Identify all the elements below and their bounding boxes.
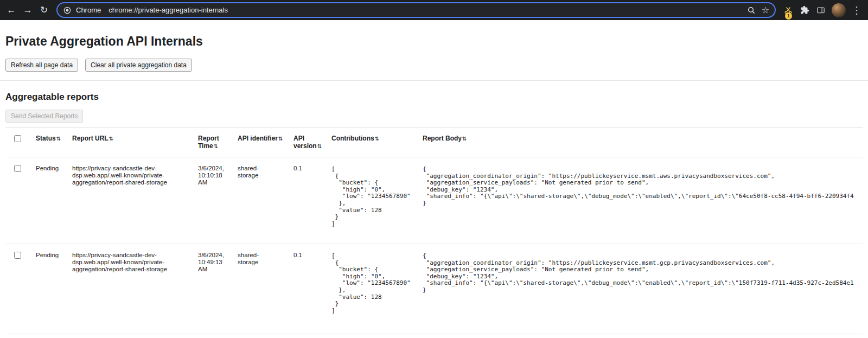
search-icon[interactable] (744, 3, 758, 17)
header-api-identifier[interactable]: API identifier⇅ (232, 128, 288, 157)
page-title: Private Aggregation API Internals (5, 34, 863, 49)
header-api-identifier-label: API identifier (238, 135, 278, 142)
page-content: Private Aggregation API Internals Refres… (0, 34, 868, 334)
sort-icon: ⇅ (317, 143, 322, 149)
table-row: Pending https://privacy-sandcastle-dev-d… (5, 157, 863, 244)
clear-all-button[interactable]: Clear all private aggregation data (85, 59, 192, 72)
header-api-version-label: API version (293, 135, 317, 150)
cell-api-version: 0.1 (288, 157, 326, 244)
cell-report-body: { "aggregation_coordinator_origin": "htt… (417, 244, 863, 334)
menu-dots-glyph: ⋮ (852, 4, 861, 16)
api-identifier-text: shared-storage (238, 252, 270, 266)
select-all-checkbox[interactable] (14, 135, 21, 142)
cell-report-url: https://privacy-sandcastle-dev-dsp.web.a… (67, 157, 193, 244)
cell-select (5, 244, 30, 334)
row-checkbox[interactable] (14, 252, 21, 259)
sort-icon: ⇅ (109, 136, 113, 142)
sort-icon: ⇅ (462, 136, 467, 142)
section-divider (0, 80, 868, 81)
reload-icon: ↻ (40, 4, 48, 16)
cell-report-url: https://privacy-sandcastle-dev-dsp.web.a… (67, 244, 193, 334)
cell-report-time: 3/6/2024, 10:49:13 AM (193, 244, 232, 334)
header-report-time[interactable]: Report Time⇅ (193, 128, 232, 157)
header-contributions-label: Contributions (331, 135, 374, 142)
header-status[interactable]: Status⇅ (30, 128, 67, 157)
extensions-puzzle-icon[interactable] (796, 2, 813, 18)
cell-status: Pending (30, 157, 67, 244)
report-body-json: { "aggregation_coordinator_origin": "htt… (423, 253, 858, 294)
report-body-json: { "aggregation_coordinator_origin": "htt… (423, 166, 858, 207)
header-report-body[interactable]: Report Body⇅ (417, 128, 863, 157)
back-button[interactable]: ← (3, 2, 20, 18)
side-panel-icon[interactable] (813, 2, 829, 18)
table-row: Pending https://privacy-sandcastle-dev-d… (5, 244, 863, 334)
menu-dots-icon[interactable]: ⋮ (848, 2, 865, 18)
cell-status: Pending (30, 244, 67, 334)
sort-icon: ⇅ (278, 136, 283, 142)
header-report-body-label: Report Body (423, 135, 462, 142)
url-text: chrome://private-aggregation-internals (108, 6, 228, 14)
aggregatable-reports-table: Status⇅ Report URL⇅ Report Time⇅ API ide… (5, 127, 863, 334)
header-report-url-label: Report URL (72, 135, 108, 142)
cell-api-version: 0.1 (288, 244, 326, 334)
cell-report-time: 3/6/2024, 10:10:18 AM (193, 157, 232, 244)
sort-icon: ⇅ (56, 136, 61, 142)
forward-icon: → (23, 5, 33, 16)
chrome-label: Chrome (76, 6, 101, 14)
cell-select (5, 157, 30, 244)
header-api-version[interactable]: API version⇅ (288, 128, 326, 157)
table-header-row: Status⇅ Report URL⇅ Report Time⇅ API ide… (5, 128, 863, 157)
report-url-text: https://privacy-sandcastle-dev-dsp.web.a… (72, 252, 184, 273)
api-identifier-text: shared-storage (238, 165, 270, 179)
contributions-json: [ { "bucket": { "high": "0", "low": "123… (331, 166, 413, 227)
omnibox[interactable]: Chrome chrome://private-aggregation-inte… (56, 2, 776, 18)
header-contributions[interactable]: Contributions⇅ (326, 128, 417, 157)
header-status-label: Status (36, 135, 56, 142)
chrome-logo-icon (63, 6, 72, 15)
extension-badge: 1 (785, 12, 792, 20)
cell-api-identifier: shared-storage (232, 157, 288, 244)
bookmark-star-icon[interactable]: ☆ (758, 3, 773, 17)
browser-toolbar: ← → ↻ Chrome chrome://private-aggregatio… (0, 0, 868, 20)
sort-icon: ⇅ (375, 136, 379, 142)
report-time-text: 3/6/2024, 10:49:13 AM (198, 252, 228, 273)
sort-icon: ⇅ (214, 143, 218, 149)
contributions-json: [ { "bucket": { "high": "0", "low": "123… (331, 253, 413, 314)
reload-button[interactable]: ↻ (36, 2, 52, 18)
profile-avatar[interactable] (832, 3, 846, 17)
report-time-text: 3/6/2024, 10:10:18 AM (198, 165, 228, 186)
section-heading: Aggregatable reports (5, 92, 863, 103)
header-select-all (5, 128, 30, 157)
header-report-url[interactable]: Report URL⇅ (67, 128, 193, 157)
row-checkbox[interactable] (14, 165, 21, 172)
back-icon: ← (7, 5, 16, 16)
page-actions: Refresh all page data Clear all private … (5, 59, 863, 72)
report-url-text: https://privacy-sandcastle-dev-dsp.web.a… (72, 165, 184, 186)
forward-button[interactable]: → (20, 2, 36, 18)
cell-api-identifier: shared-storage (232, 244, 288, 334)
cell-report-body: { "aggregation_coordinator_origin": "htt… (417, 157, 863, 244)
extension-action-icon[interactable]: 1 (780, 2, 796, 18)
send-selected-reports-button[interactable]: Send Selected Reports (5, 110, 83, 123)
cell-contributions: [ { "bucket": { "high": "0", "low": "123… (326, 157, 417, 244)
cell-contributions: [ { "bucket": { "high": "0", "low": "123… (326, 244, 417, 334)
refresh-all-button[interactable]: Refresh all page data (5, 59, 78, 72)
